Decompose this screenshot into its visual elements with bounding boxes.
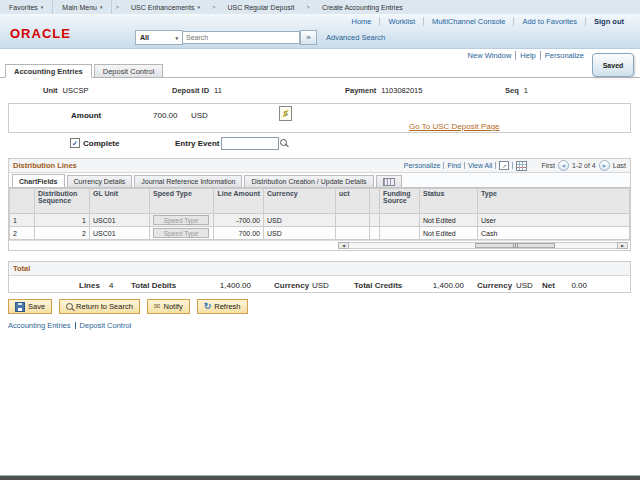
scrollbar-thumb[interactable] [475, 243, 555, 248]
total-row: Lines 4 Total Debits 1,400.00 Currency U… [9, 276, 630, 294]
cell-product [336, 227, 370, 240]
save-button[interactable]: Save [8, 299, 52, 314]
personalize-grid-link[interactable]: Personalize [404, 162, 441, 169]
save-icon [15, 302, 25, 312]
chevron-down-icon: ▾ [197, 4, 200, 10]
deposit-id-value: 11 [214, 86, 222, 95]
breadcrumb-separator-icon: > [112, 4, 122, 10]
refresh-button[interactable]: ↻ Refresh [197, 299, 248, 314]
deposit-id-field: Deposit ID11 [172, 86, 222, 95]
help-link[interactable]: Help [515, 51, 539, 60]
currency-value-1: USD [312, 281, 329, 290]
horizontal-scrollbar[interactable]: ◀ ▶ [338, 242, 628, 249]
search-bar: All ▾ » Advanced Search [135, 30, 385, 45]
scroll-left-button[interactable]: ◀ [338, 242, 349, 249]
first-label: First [541, 162, 555, 169]
breadcrumb-usc-regular-deposit[interactable]: USC Regular Deposit [218, 0, 303, 14]
footer-link-accounting-entries[interactable]: Accounting Entries [8, 321, 71, 330]
column-gl-unit: GL Unit [90, 189, 150, 214]
tab-currency-details[interactable]: Currency Details [67, 175, 133, 187]
sign-out-link[interactable]: Sign out [585, 17, 632, 26]
lines-value: 4 [109, 281, 113, 290]
notify-icon: ✉ [154, 303, 161, 311]
deposit-id-label: Deposit ID [172, 86, 209, 95]
cell-line-amount: 700.00 [214, 227, 264, 240]
search-input[interactable] [183, 31, 300, 44]
speed-type-button[interactable]: Speed Type [153, 215, 209, 225]
chevron-down-icon: ▾ [100, 4, 103, 10]
application-window: Favorites ▾ Main Menu ▾ > USC Enhancemen… [0, 0, 640, 480]
search-go-button[interactable]: » [300, 30, 317, 45]
amount-currency: USD [191, 111, 208, 120]
grid-toolbar: Personalize Find View All ↗ First ◀ 1-2 … [404, 160, 626, 171]
scrollbar-track[interactable] [349, 242, 617, 249]
breadcrumb-main-menu[interactable]: Main Menu ▾ [53, 0, 112, 14]
breadcrumb-favorites[interactable]: Favorites ▾ [0, 0, 53, 14]
payment-value: 1103082015 [381, 86, 422, 95]
unit-value: USCSP [63, 86, 89, 95]
cell-currency: USD [264, 227, 336, 240]
last-label: Last [613, 162, 626, 169]
search-scope-select[interactable]: All ▾ [135, 30, 183, 45]
save-button-label: Save [28, 302, 45, 311]
divider [464, 162, 465, 169]
zoom-popup-icon[interactable]: ↗ [499, 161, 509, 170]
find-link[interactable]: Find [447, 162, 461, 169]
breadcrumb-usc-enhancements[interactable]: USC Enhancements ▾ [122, 0, 209, 14]
currency-label-1: Currency [274, 281, 309, 290]
next-rows-button[interactable]: ▶ [599, 160, 610, 171]
grid-tabs: ChartFields Currency Details Journal Ref… [9, 173, 630, 188]
download-grid-icon[interactable] [516, 161, 527, 171]
tab-accounting-entries[interactable]: Accounting Entries [5, 64, 92, 78]
distribution-lines-header: Distribution Lines Personalize Find View… [9, 159, 630, 173]
return-to-search-button[interactable]: Return to Search [59, 299, 140, 314]
breadcrumb-label: USC Enhancements [131, 4, 194, 11]
column-status: Status [420, 189, 478, 214]
divider [75, 322, 76, 329]
worklist-link[interactable]: Worklist [379, 17, 423, 26]
footer-link-deposit-control[interactable]: Deposit Control [80, 321, 132, 330]
seq-value: 1 [524, 86, 528, 95]
cell-status: Not Edited [420, 214, 478, 227]
tab-distribution-creation-update-details[interactable]: Distribution Creation / Update Details [244, 175, 373, 187]
total-credits-label: Total Credits [354, 281, 402, 290]
scroll-right-button[interactable]: ▶ [617, 242, 628, 249]
breadcrumb-label: Create Accounting Entries [322, 4, 403, 11]
column-funding-source: Funding Source [380, 189, 420, 214]
payment-field: Payment1103082015 [345, 86, 422, 95]
home-link[interactable]: Home [343, 17, 379, 26]
complete-checkbox[interactable]: ✓ [70, 138, 80, 148]
lines-label: Lines [79, 281, 100, 290]
tab-journal-reference-information[interactable]: Journal Reference Information [134, 175, 242, 187]
chevron-down-icon: ▾ [175, 35, 178, 41]
entry-event-input[interactable] [221, 137, 279, 150]
distribution-grid: Distribution Sequence GL Unit Speed Type… [9, 188, 630, 240]
saved-status-badge: Saved [592, 53, 634, 77]
previous-rows-button[interactable]: ◀ [558, 160, 569, 171]
multichannel-console-link[interactable]: MultiChannel Console [423, 17, 513, 26]
breadcrumb-label: USC Regular Deposit [227, 4, 294, 11]
speed-type-button[interactable]: Speed Type [153, 228, 209, 238]
advanced-search-link[interactable]: Advanced Search [326, 33, 385, 42]
add-to-favorites-link[interactable]: Add to Favorites [513, 17, 585, 26]
personalize-link[interactable]: Personalize [540, 51, 588, 60]
grid-header-row: Distribution Sequence GL Unit Speed Type… [10, 189, 630, 214]
column-speed-type: Speed Type [150, 189, 214, 214]
breadcrumb-separator-icon: > [303, 4, 313, 10]
exchange-rate-icon[interactable]: $ [279, 106, 292, 121]
tab-chartfields[interactable]: ChartFields [12, 174, 65, 187]
goto-usc-deposit-page-link[interactable]: Go To USC Deposit Page [409, 122, 500, 131]
search-scope-value: All [140, 34, 149, 41]
row-number: 2 [10, 227, 35, 240]
page-action-links: New Window Help Personalize [464, 51, 588, 60]
new-window-link[interactable]: New Window [464, 51, 516, 60]
entry-event-lookup-icon[interactable] [280, 139, 287, 148]
view-all-link[interactable]: View All [468, 162, 492, 169]
amount-groupbox: Amount 700.00 USD $ Go To USC Deposit Pa… [8, 103, 631, 133]
tab-show-all-columns[interactable] [376, 175, 402, 187]
tab-deposit-control[interactable]: Deposit Control [94, 64, 164, 78]
unit-label: Unit [43, 86, 58, 95]
table-row: 2 2 USC01 Speed Type 700.00 USD Not Edit… [10, 227, 630, 240]
notify-button[interactable]: ✉ Notify [147, 299, 190, 314]
breadcrumb-create-accounting-entries[interactable]: Create Accounting Entries [313, 0, 412, 14]
